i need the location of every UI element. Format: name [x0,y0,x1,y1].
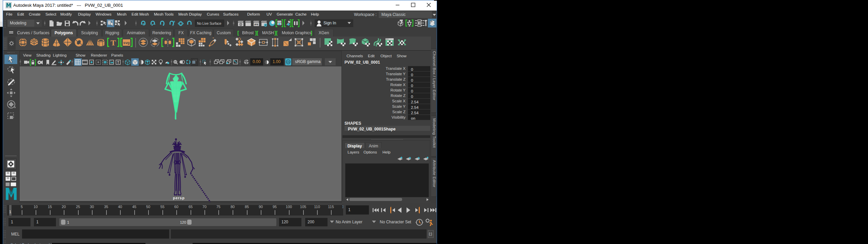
svg-text:svg: svg [123,41,130,45]
svg-text:T: T [111,38,116,47]
svg-text:T: T [117,61,119,64]
svg-text:ON: ON [287,61,290,63]
svg-text:IPR: IPR [254,23,258,26]
